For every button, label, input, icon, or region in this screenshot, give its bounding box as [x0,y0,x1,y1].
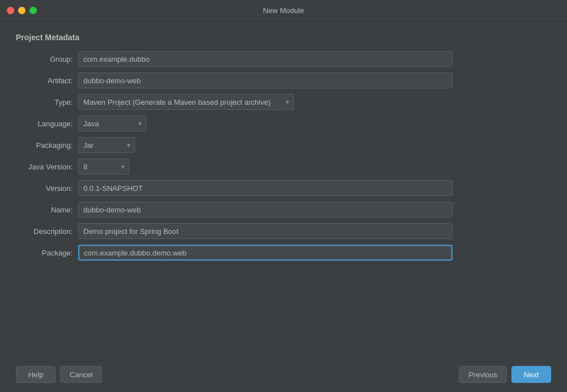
type-row: Type: Maven Project (Generate a Maven ba… [16,94,551,110]
titlebar: New Module [0,0,567,22]
titlebar-buttons [7,7,37,14]
group-input[interactable] [78,51,452,67]
cancel-button[interactable]: Cancel [60,366,102,383]
window-title: New Module [263,6,304,15]
group-row: Group: [16,51,551,67]
description-row: Description: [16,223,551,239]
footer: Help Cancel Previous Next [0,360,567,392]
description-input[interactable] [78,223,452,239]
packaging-label: Packaging: [16,141,78,150]
language-select-wrapper: Java Kotlin Groovy ▼ [78,116,146,131]
java-version-row: Java Version: 8 11 17 ▼ [16,159,551,174]
name-row: Name: [16,202,551,218]
artifact-input[interactable] [78,73,452,88]
type-label: Type: [16,98,78,106]
java-version-label: Java Version: [16,163,78,171]
packaging-select[interactable]: Jar War [78,137,135,153]
name-input[interactable] [78,202,452,218]
minimize-button[interactable] [18,7,26,14]
content-area: Project Metadata Group: Artifact: Type: … [0,22,567,360]
maximize-button[interactable] [29,7,37,14]
close-button[interactable] [7,7,14,14]
next-button[interactable]: Next [511,366,551,383]
package-input[interactable] [78,245,452,261]
name-label: Name: [16,206,78,214]
footer-right: Previous Next [459,366,551,383]
package-label: Package: [16,249,78,257]
version-row: Version: [16,180,551,196]
package-row: Package: [16,245,551,261]
java-version-select-wrapper: 8 11 17 ▼ [78,159,129,174]
packaging-row: Packaging: Jar War ▼ [16,137,551,153]
type-select[interactable]: Maven Project (Generate a Maven based pr… [78,94,294,110]
description-label: Description: [16,227,78,236]
new-module-window: New Module Project Metadata Group: Artif… [0,0,567,392]
artifact-label: Artifact: [16,76,78,85]
group-label: Group: [16,55,78,63]
artifact-row: Artifact: [16,73,551,88]
language-label: Language: [16,120,78,128]
form-area: Group: Artifact: Type: Maven Project (Ge… [16,51,551,266]
packaging-select-wrapper: Jar War ▼ [78,137,135,153]
version-label: Version: [16,184,78,193]
footer-left: Help Cancel [16,366,102,383]
language-row: Language: Java Kotlin Groovy ▼ [16,116,551,131]
section-title: Project Metadata [16,33,551,42]
help-button[interactable]: Help [16,366,56,383]
language-select[interactable]: Java Kotlin Groovy [78,116,146,131]
type-select-wrapper: Maven Project (Generate a Maven based pr… [78,94,294,110]
version-input[interactable] [78,180,452,196]
java-version-select[interactable]: 8 11 17 [78,159,129,174]
previous-button[interactable]: Previous [459,366,507,383]
